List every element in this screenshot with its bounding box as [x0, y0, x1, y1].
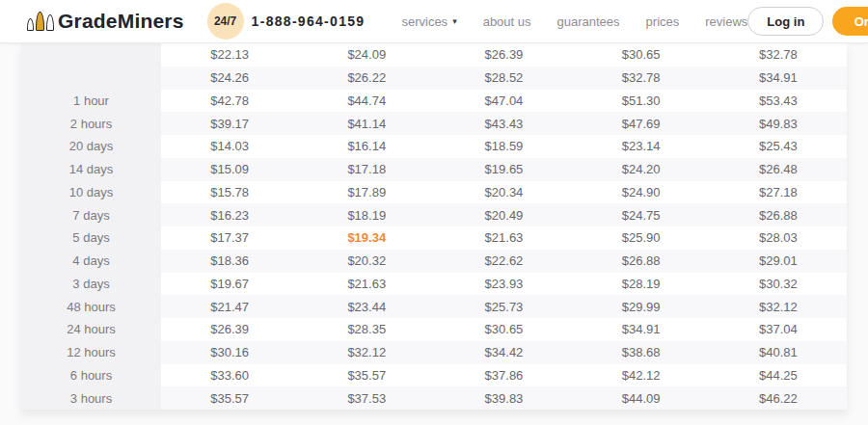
price-cell[interactable]: $28.03	[710, 226, 847, 250]
price-cell[interactable]: $26.39	[435, 43, 572, 66]
price-cell[interactable]: $19.65	[435, 158, 572, 181]
price-cell[interactable]: $24.26	[161, 66, 298, 90]
price-cell[interactable]: $26.22	[298, 66, 435, 90]
price-cell[interactable]: $32.78	[710, 43, 847, 66]
price-cell[interactable]: $19.67	[161, 273, 298, 296]
price-cell[interactable]: $20.49	[435, 203, 572, 226]
price-cell[interactable]: $28.52	[435, 66, 572, 90]
price-cell[interactable]: $44.74	[298, 90, 435, 113]
price-cell[interactable]: $16.23	[161, 203, 298, 226]
price-cell[interactable]: $18.36	[161, 250, 298, 273]
price-cell[interactable]: $27.18	[710, 181, 847, 204]
price-cell[interactable]: $32.12	[710, 295, 847, 318]
price-cell[interactable]: $28.35	[298, 318, 435, 341]
price-cell[interactable]: $30.16	[161, 341, 298, 364]
table-row: 5 days $17.37$19.34$21.63$25.90$28.03	[21, 226, 847, 250]
price-cell[interactable]: $18.19	[298, 203, 435, 226]
price-cell[interactable]: $37.53	[298, 386, 435, 410]
price-cell[interactable]: $53.43	[710, 90, 847, 113]
price-cell[interactable]: $34.91	[710, 66, 847, 90]
price-cell[interactable]: $47.69	[573, 112, 710, 135]
price-cell[interactable]: $20.34	[435, 181, 572, 204]
price-cell[interactable]: $37.86	[435, 364, 572, 387]
price-cell[interactable]: $21.63	[435, 226, 572, 250]
price-cell[interactable]: $26.39	[161, 318, 298, 341]
price-cell[interactable]: $15.09	[161, 158, 298, 181]
price-cell[interactable]: $46.22	[710, 386, 847, 410]
price-cell[interactable]: $25.73	[435, 295, 572, 318]
price-cell[interactable]: $39.83	[435, 386, 572, 410]
nav-item-prices[interactable]: prices	[646, 14, 680, 29]
price-cell[interactable]: $26.88	[573, 250, 710, 273]
nav-item-about-us[interactable]: about us	[483, 14, 531, 29]
price-cell[interactable]: $47.04	[435, 90, 572, 113]
nav-item-reviews[interactable]: reviews	[705, 14, 747, 29]
price-cell[interactable]: $22.13	[161, 43, 298, 66]
table-row: 3 hours $35.57$37.53$39.83$44.09$46.22	[21, 386, 847, 410]
price-cell[interactable]: $42.78	[161, 90, 298, 113]
price-cell[interactable]: $29.01	[710, 250, 847, 273]
table-row: 7 days $16.23$18.19$20.49$24.75$26.88	[21, 203, 847, 226]
price-cell[interactable]: $42.12	[573, 364, 710, 387]
price-cell[interactable]: $35.57	[298, 364, 435, 387]
price-cell[interactable]: $33.60	[161, 364, 298, 387]
price-cell[interactable]: $15.78	[161, 181, 298, 204]
row-label: 7 days	[21, 203, 161, 226]
row-label: 2 hours	[21, 112, 161, 135]
price-cell[interactable]: $20.32	[298, 250, 435, 273]
price-cell[interactable]: $26.88	[710, 203, 847, 226]
price-cell[interactable]: $19.34	[298, 226, 435, 250]
price-cell[interactable]: $49.83	[710, 112, 847, 135]
price-cell[interactable]: $21.47	[161, 295, 298, 318]
price-cell[interactable]: $24.20	[573, 158, 710, 181]
logo[interactable]: GradeMiners	[27, 10, 184, 33]
price-cell[interactable]: $24.75	[573, 203, 710, 226]
row-label	[21, 66, 161, 90]
price-cell[interactable]: $24.09	[298, 43, 435, 66]
price-cell[interactable]: $25.43	[710, 135, 847, 158]
price-cell[interactable]: $40.81	[710, 341, 847, 364]
price-cell[interactable]: $34.42	[435, 341, 572, 364]
row-label: 3 days	[21, 273, 161, 296]
price-cell[interactable]: $32.78	[573, 66, 710, 90]
price-cell[interactable]: $17.37	[161, 226, 298, 250]
price-cell[interactable]: $38.68	[573, 341, 710, 364]
price-cell[interactable]: $51.30	[573, 90, 710, 113]
price-cell[interactable]: $30.65	[573, 43, 710, 66]
price-cell[interactable]: $17.89	[298, 181, 435, 204]
phone-number[interactable]: 1-888-964-0159	[252, 13, 366, 29]
price-cell[interactable]: $30.65	[435, 318, 572, 341]
price-cell[interactable]: $24.90	[573, 181, 710, 204]
price-cell[interactable]: $23.44	[298, 295, 435, 318]
price-cell[interactable]: $17.18	[298, 158, 435, 181]
logo-text: GradeMiners	[58, 10, 184, 33]
price-cell[interactable]: $26.48	[710, 158, 847, 181]
price-cell[interactable]: $18.59	[435, 135, 572, 158]
price-cell[interactable]: $21.63	[298, 273, 435, 296]
price-cell[interactable]: $25.90	[573, 226, 710, 250]
price-cell[interactable]: $44.09	[573, 386, 710, 410]
price-cell[interactable]: $23.93	[435, 273, 572, 296]
nav-item-guarantees[interactable]: guarantees	[557, 14, 620, 29]
site-header: GradeMiners 24/7 1-888-964-0159 services…	[0, 0, 868, 43]
price-cell[interactable]: $28.19	[573, 273, 710, 296]
price-cell[interactable]: $32.12	[298, 341, 435, 364]
price-cell[interactable]: $29.99	[573, 295, 710, 318]
login-button[interactable]: Log in	[747, 7, 824, 36]
price-cell[interactable]: $43.43	[435, 112, 572, 135]
price-cell[interactable]: $35.57	[161, 386, 298, 410]
price-cell[interactable]: $44.25	[710, 364, 847, 387]
price-cell[interactable]: $39.17	[161, 112, 298, 135]
price-cell[interactable]: $16.14	[298, 135, 435, 158]
nav-item-services[interactable]: services ▾	[401, 14, 456, 29]
price-cell[interactable]: $34.91	[573, 318, 710, 341]
price-cell[interactable]: $23.14	[573, 135, 710, 158]
price-cell[interactable]: $41.14	[298, 112, 435, 135]
table-row: 1 hour $42.78$44.74$47.04$51.30$53.43	[21, 90, 847, 113]
order-button[interactable]: Order	[832, 7, 868, 36]
price-cell[interactable]: $14.03	[161, 135, 298, 158]
logo-bullets-icon	[27, 12, 54, 31]
price-cell[interactable]: $30.32	[710, 273, 847, 296]
price-cell[interactable]: $37.04	[710, 318, 847, 341]
price-cell[interactable]: $22.62	[435, 250, 572, 273]
